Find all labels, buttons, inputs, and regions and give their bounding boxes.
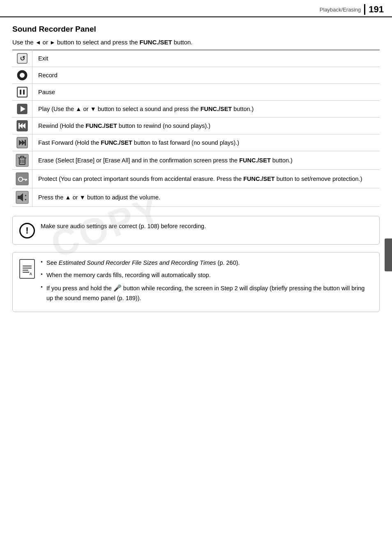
fastforward-icon [16,137,28,148]
erase-icon [16,154,29,167]
exit-icon-cell: ↺ [12,50,32,67]
volume-icon-cell: ▲ ▼ [12,188,32,207]
intro-prefix: Use the [12,39,34,46]
rewind-desc: Rewind (Hold the FUNC./SET button to rew… [32,118,380,134]
svg-point-3 [20,73,25,78]
svg-rect-5 [20,90,21,95]
table-row: Rewind (Hold the FUNC./SET button to rew… [12,118,380,134]
table-row: ▲ ▼ Press the ▲ or ▼ button to adjust th… [12,188,380,207]
table-row: ↺ Exit [12,50,380,67]
erase-icon-cell [12,151,32,170]
panel-table: ↺ Exit Record [12,50,380,207]
volume-icon: ▲ ▼ [16,191,29,204]
protect-icon [16,172,29,185]
info-icon-line3 [23,270,28,271]
table-row: Play (Use the ▲ or ▼ button to select a … [12,101,380,118]
record-icon-cell [12,67,32,84]
notice-icon: ! [19,223,35,238]
svg-rect-12 [18,123,20,129]
play-icon [16,103,28,115]
rewind-icon [16,120,28,132]
svg-rect-16 [25,140,26,146]
info-box: A See Estimated Sound Recorder File Size… [12,252,380,312]
table-row: Pause [12,84,380,101]
info-text: See Estimated Sound Recorder File Sizes … [41,258,373,306]
volume-desc: Press the ▲ or ▼ button to adjust the vo… [32,188,380,207]
info-bullet-3: If you press and hold the 🎤 button while… [41,283,373,303]
intro-suffix2: button. [174,39,193,46]
svg-text:↺: ↺ [20,55,25,62]
svg-rect-6 [23,90,25,95]
erase-desc: Erase (Select [Erase] or [Erase All] and… [32,151,380,170]
protect-desc: Protect (You can protect important sound… [32,170,380,188]
table-row: Erase (Select [Erase] or [Erase All] and… [12,151,380,170]
info-icon-line2 [23,268,32,268]
exit-desc: Exit [32,50,380,67]
intro-button-name: FUNC./SET [140,39,172,46]
svg-rect-30 [18,196,20,199]
sidebar-tab [385,238,392,271]
svg-rect-4 [17,87,27,97]
notice-text: Make sure audio settings are correct (p.… [41,222,206,231]
record-icon [16,69,28,81]
page-header: Playback/Erasing 191 [0,0,392,17]
rewind-icon-cell [12,118,32,134]
record-desc: Record [32,67,380,84]
right-arrow-icon: ► [50,39,55,46]
play-desc: Play (Use the ▲ or ▼ button to select a … [32,101,380,118]
info-bullet-1: See Estimated Sound Recorder File Sizes … [41,258,373,267]
protect-icon-cell [12,170,32,188]
section-title: Sound Recorder Panel [12,25,380,34]
pause-icon-cell [12,84,32,101]
play-icon-cell [12,101,32,118]
svg-text:▲: ▲ [24,194,27,197]
page-number: 191 [364,4,384,15]
svg-text:▼: ▼ [24,198,27,201]
pause-desc: Pause [32,84,380,101]
info-doc-icon: A [19,259,35,279]
table-row: Protect (You can protect important sound… [12,170,380,188]
left-arrow-icon: ◄ [35,39,41,46]
main-content: Sound Recorder Panel Use the ◄ or ► butt… [0,17,392,320]
fastforward-icon-cell [12,134,32,151]
fastforward-desc: Fast Forward (Hold the FUNC./SET button … [32,134,380,151]
intro-suffix: button to select and press the [57,39,138,46]
notice-box: ! Make sure audio settings are correct (… [12,216,380,245]
table-row: Record [12,67,380,84]
exit-icon: ↺ [16,53,28,64]
info-icon-line1 [23,266,32,266]
section-label: Playback/Erasing [320,7,361,13]
intro-or: or [43,39,48,46]
table-row: Fast Forward (Hold the FUNC./SET button … [12,134,380,151]
info-bullet-2: When the memory cards fills, recording w… [41,271,373,280]
pause-icon [16,86,28,98]
intro-line: Use the ◄ or ► button to select and pres… [12,39,380,46]
